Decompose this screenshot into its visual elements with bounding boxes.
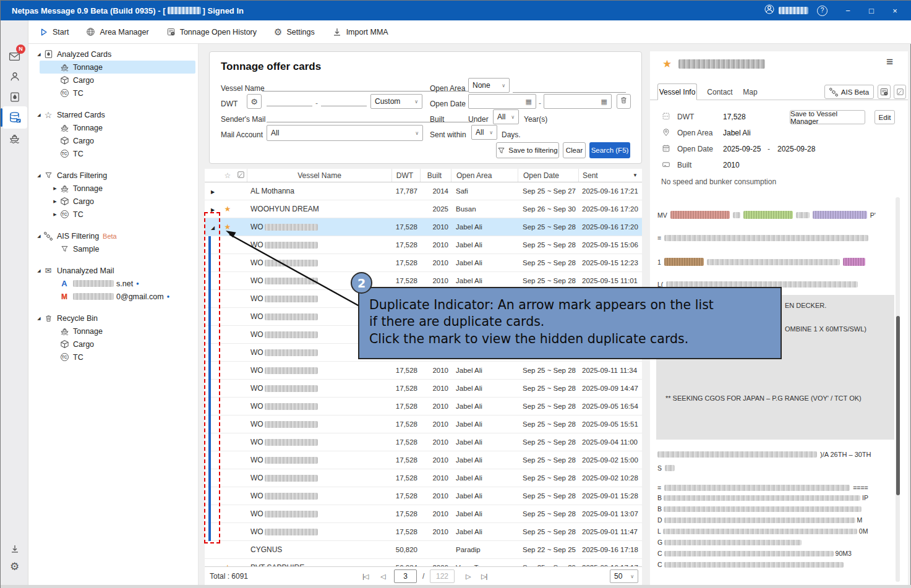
column-header-built[interactable]: Built xyxy=(420,169,451,182)
sidebar-item-tonnage[interactable]: Tonnage xyxy=(28,121,198,134)
column-options-dropdown[interactable]: ▼ xyxy=(633,173,641,178)
table-row[interactable]: WO17,5282010Jabel AliSep 25 ~ Sep 282025… xyxy=(205,415,642,433)
column-header-open-date[interactable]: Open Date xyxy=(518,169,578,182)
column-header-vessel-name[interactable]: Vessel Name xyxy=(247,169,391,182)
table-row[interactable]: ▶★WOOHYUN DREAM2025BusanSep 26 ~ Sep 302… xyxy=(205,200,642,218)
table-row[interactable]: WO17,5282010Jabel AliSep 25 ~ Sep 282025… xyxy=(205,236,642,254)
clear-button[interactable]: Clear xyxy=(563,142,586,158)
next-page-button[interactable]: ▷ xyxy=(466,567,470,586)
star-icon[interactable]: ★ xyxy=(662,58,672,70)
column-header-dwt[interactable]: DWT xyxy=(391,169,420,182)
edit-button[interactable]: Edit xyxy=(875,110,895,124)
contacts-rail-button[interactable] xyxy=(1,69,28,85)
settings-rail-button[interactable]: ⚙ xyxy=(1,558,28,574)
tree-expanded-arrow[interactable]: ◢ xyxy=(36,234,42,239)
search-button[interactable]: Search (F5) xyxy=(589,142,630,158)
sidebar-item-cargo[interactable]: Cargo xyxy=(28,338,198,351)
sidebar-item-mail-account[interactable]: As.net● xyxy=(28,277,198,290)
download-rail-button[interactable] xyxy=(1,541,28,557)
sidebar-item-cargo[interactable]: ▶Cargo xyxy=(28,195,198,208)
dwt-min-input[interactable] xyxy=(267,94,312,106)
table-row[interactable]: WO17,5282010Jabel AliSep 25 ~ Sep 282025… xyxy=(205,433,642,451)
table-row[interactable]: CYGNUS50,820ParadipSep 22 ~ Sep 252025-0… xyxy=(205,541,642,559)
table-row[interactable]: WO17,5282010Jabel AliSep 25 ~ Sep 282025… xyxy=(205,469,642,487)
minimize-button[interactable]: − xyxy=(836,1,860,20)
star-cell[interactable]: ★ xyxy=(221,223,234,231)
prev-page-button[interactable]: ◁ xyxy=(380,567,385,586)
table-row[interactable]: WO17,5282010Jabel AliSep 25 ~ Sep 282025… xyxy=(205,380,642,398)
ship-rail-button[interactable] xyxy=(1,130,28,146)
table-row[interactable]: WO17,5282010Jabel AliSep 25 ~ Sep 282025… xyxy=(205,398,642,415)
tab-contact[interactable]: Contact xyxy=(704,83,735,100)
toolbar-button-tonnage-open-history[interactable]: Tonnage Open History xyxy=(166,27,257,36)
sidebar-item-cards-filtering[interactable]: ◢Cards Filtering xyxy=(28,169,198,182)
built-years-select[interactable]: All∨ xyxy=(493,109,519,124)
dwt-max-input[interactable] xyxy=(321,94,367,106)
edit-note-button[interactable] xyxy=(894,85,906,99)
table-row[interactable]: WO17,5282010Jabel AliSep 25 ~ Sep 282025… xyxy=(205,487,642,505)
sidebar-item-unanalyzed-mail[interactable]: ◢✉Unanalyzed Mail xyxy=(28,264,198,277)
column-header-sent[interactable]: Sent xyxy=(578,169,633,182)
table-row[interactable]: WO17,5282010Jabel AliSep 25 ~ Sep 282025… xyxy=(205,523,642,541)
save-to-filtering-button[interactable]: Save to filtering xyxy=(496,142,559,158)
tree-expanded-arrow[interactable]: ◢ xyxy=(36,113,42,117)
cards-rail-button[interactable] xyxy=(1,89,28,105)
mail-account-select[interactable]: All∨ xyxy=(267,125,423,141)
table-row[interactable]: ★PVT SAPPHIRE56,0342006Vung TauSep 25 ~ … xyxy=(205,559,642,566)
table-row[interactable]: ◢★WO17,5282010Jabel AliSep 25 ~ Sep 2820… xyxy=(205,218,642,236)
dwt-preset-select[interactable]: Custom∨ xyxy=(370,94,422,109)
sidebar-item-analyzed-cards[interactable]: ◢Analyzed Cards xyxy=(28,48,198,61)
sidebar-item-tonnage[interactable]: ▶Tonnage xyxy=(28,182,198,195)
sidebar-item-tc[interactable]: TCTC xyxy=(28,351,198,364)
table-row[interactable]: WO17,5282010Jabel AliSep 25 ~ Sep 282025… xyxy=(205,505,642,523)
scrollbar-thumb[interactable] xyxy=(896,316,900,495)
sidebar-item-mail-account[interactable]: M0@gmail.com● xyxy=(28,290,198,303)
table-row[interactable]: WO17,5282010Jabel AliSep 25 ~ Sep 282025… xyxy=(205,254,642,272)
tree-collapsed-arrow[interactable]: ▶ xyxy=(52,212,58,217)
last-page-button[interactable]: ▷| xyxy=(481,567,487,586)
page-size-select[interactable]: 50∨ xyxy=(610,569,638,583)
sidebar-item-recycle-bin[interactable]: ◢Recycle Bin xyxy=(28,312,198,325)
help-button[interactable]: ? xyxy=(817,6,828,16)
current-page-input[interactable] xyxy=(394,569,417,583)
sidebar-item-tc[interactable]: TCTC xyxy=(28,147,198,160)
sidebar-item-cargo[interactable]: Cargo xyxy=(28,74,198,87)
tree-expanded-arrow[interactable]: ◢ xyxy=(36,52,42,57)
sidebar-item-tonnage[interactable]: Tonnage xyxy=(28,61,198,74)
dwt-settings-button[interactable]: ⚙ xyxy=(247,94,262,109)
save-to-vessel-manager-button[interactable]: Save to Vessel Manager xyxy=(790,110,865,124)
tree-expanded-arrow[interactable]: ◢ xyxy=(36,173,42,178)
tonnage-history-button[interactable] xyxy=(878,85,891,99)
tree-collapsed-arrow[interactable]: ▶ xyxy=(52,186,58,191)
toolbar-button-import-mma[interactable]: Import MMA xyxy=(332,27,388,37)
tree-collapsed-arrow[interactable]: ▶ xyxy=(52,199,58,204)
maximize-button[interactable]: □ xyxy=(860,1,883,20)
table-row[interactable]: WO17,5282010Jabel AliSep 25 ~ Sep 282025… xyxy=(205,451,642,469)
panel-menu-button[interactable]: ≡ xyxy=(886,55,893,69)
open-area-input[interactable] xyxy=(513,80,626,93)
close-button[interactable]: × xyxy=(883,1,907,20)
toolbar-button-area-manager[interactable]: Area Manager xyxy=(86,27,148,36)
sidebar-item-starred-cards[interactable]: ◢☆Starred Cards xyxy=(28,108,198,121)
column-header-open-area[interactable]: Open Area xyxy=(451,169,518,182)
tree-expanded-arrow[interactable]: ◢ xyxy=(36,268,42,273)
tab-vessel-info[interactable]: Vessel Info xyxy=(657,83,697,100)
sidebar-item-tc[interactable]: TCTC xyxy=(28,87,198,100)
sidebar-item-tonnage[interactable]: Tonnage xyxy=(28,325,198,338)
panel-scrollbar[interactable] xyxy=(896,197,900,582)
toolbar-button-start[interactable]: Start xyxy=(40,28,69,36)
tab-map[interactable]: Map xyxy=(740,83,760,100)
open-date-from-input[interactable]: ▦ xyxy=(468,94,536,109)
toolbar-button-settings[interactable]: ⚙Settings xyxy=(274,27,315,38)
database-rail-button[interactable] xyxy=(1,109,28,126)
star-column-header[interactable]: ☆ xyxy=(221,171,234,180)
first-page-button[interactable]: |◁ xyxy=(362,567,368,586)
open-area-select[interactable]: None∨ xyxy=(468,78,510,93)
open-date-clear-button[interactable] xyxy=(617,94,631,109)
sidebar-item-ais-filtering[interactable]: ◢AIS FilteringBeta xyxy=(28,229,198,242)
open-date-to-input[interactable]: ▦ xyxy=(544,94,612,109)
sidebar-item-sample[interactable]: Sample xyxy=(28,242,198,255)
sidebar-item-cargo[interactable]: Cargo xyxy=(28,134,198,147)
ais-beta-button[interactable]: AIS Beta xyxy=(824,85,874,99)
table-row[interactable]: WO17,5282010Jabel AliSep 25 ~ Sep 282025… xyxy=(205,362,642,380)
